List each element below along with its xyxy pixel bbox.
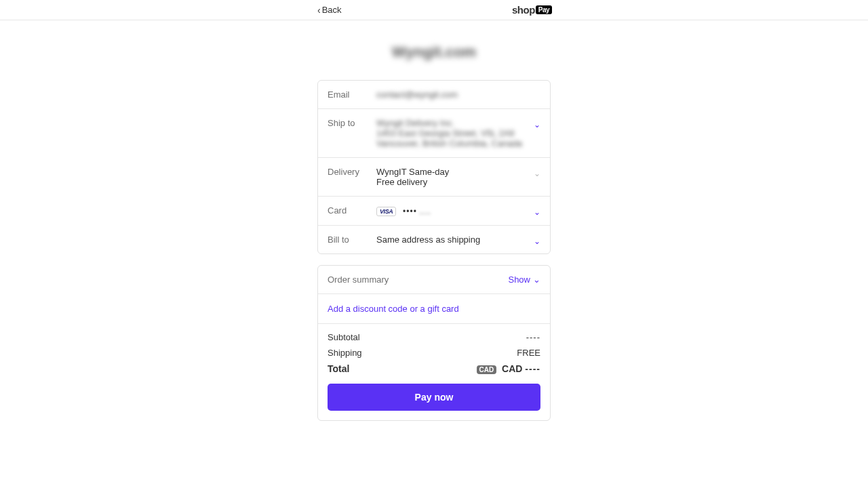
subtotal-value: ---- xyxy=(526,332,540,342)
summary-totals: Subtotal ---- Shipping FREE Total CAD CA… xyxy=(318,324,550,420)
top-bar: ‹ Back shop Pay xyxy=(0,0,868,20)
chevron-down-icon: ⌄ xyxy=(534,237,540,246)
shop-text: shop xyxy=(512,4,535,16)
billto-label: Bill to xyxy=(328,235,376,245)
review-card-row[interactable]: Card VISA •••• .... ⌄ xyxy=(318,197,550,226)
total-label: Total xyxy=(328,363,349,374)
subtotal-label: Subtotal xyxy=(328,332,360,342)
visa-icon: VISA xyxy=(376,207,396,216)
pay-badge: Pay xyxy=(536,5,552,14)
chevron-down-icon: ⌄ xyxy=(534,169,540,178)
discount-link[interactable]: Add a discount code or a gift card xyxy=(318,294,550,324)
shipping-label: Shipping xyxy=(328,348,362,358)
summary-card: Order summary Show ⌄ Add a discount code… xyxy=(317,265,551,421)
card-masked-dots: •••• xyxy=(403,207,417,216)
subtotal-line: Subtotal ---- xyxy=(328,332,540,342)
summary-toggle[interactable]: Show ⌄ xyxy=(508,274,540,285)
total-line: Total CAD CAD ---- xyxy=(328,363,540,374)
review-card: Email contact@wyngit.com Ship to Wyngit … xyxy=(317,80,551,254)
shipto-value: Wyngit Delivery Inc. 1453 East Georgia S… xyxy=(376,118,540,148)
shipping-line: Shipping FREE xyxy=(328,348,540,358)
billto-value: Same address as shipping xyxy=(376,235,540,245)
chevron-down-icon: ⌄ xyxy=(534,120,540,129)
show-label: Show xyxy=(508,274,530,285)
chevron-down-icon: ⌄ xyxy=(533,274,540,285)
back-label: Back xyxy=(322,5,342,15)
shipping-value: FREE xyxy=(517,348,540,358)
total-amount: ---- xyxy=(525,363,540,374)
back-button[interactable]: ‹ Back xyxy=(317,5,342,15)
chevron-down-icon: ⌄ xyxy=(534,207,540,217)
pay-now-button[interactable]: Pay now xyxy=(328,384,540,411)
review-billto-row[interactable]: Bill to Same address as shipping ⌄ xyxy=(318,226,550,253)
shop-pay-logo: shop Pay xyxy=(512,4,552,16)
card-last4: .... xyxy=(419,207,431,216)
email-label: Email xyxy=(328,89,376,100)
summary-title: Order summary xyxy=(328,274,389,285)
card-value: VISA •••• .... xyxy=(376,205,540,216)
total-currency: CAD xyxy=(502,363,522,374)
currency-badge: CAD xyxy=(477,365,497,374)
total-value-wrap: CAD CAD ---- xyxy=(477,363,540,374)
shipto-label: Ship to xyxy=(328,118,376,128)
store-name: Wyngit.com xyxy=(317,43,551,61)
delivery-value: WyngIT Same-day Free delivery xyxy=(376,167,540,187)
email-value: contact@wyngit.com xyxy=(376,89,540,100)
review-delivery-row[interactable]: Delivery WyngIT Same-day Free delivery ⌄ xyxy=(318,158,550,197)
delivery-label: Delivery xyxy=(328,167,376,177)
chevron-left-icon: ‹ xyxy=(317,5,321,15)
summary-header: Order summary Show ⌄ xyxy=(318,266,550,294)
review-email-row: Email contact@wyngit.com xyxy=(318,81,550,109)
card-label: Card xyxy=(328,205,376,216)
review-shipto-row[interactable]: Ship to Wyngit Delivery Inc. 1453 East G… xyxy=(318,109,550,158)
